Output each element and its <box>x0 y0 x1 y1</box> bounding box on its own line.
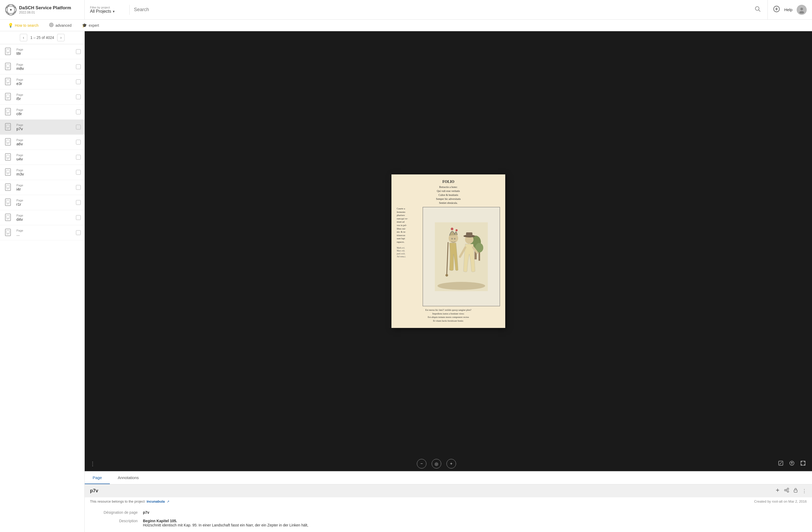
svg-rect-54 <box>5 199 11 206</box>
sidebar-item-info: Page e3r <box>16 78 73 86</box>
svg-rect-81 <box>466 232 473 236</box>
reset-zoom-button[interactable]: ◎ <box>432 459 441 469</box>
field-value-description-2: Holzschnitt identisch mit Kap. 95: In ei… <box>143 523 807 527</box>
edit-button[interactable] <box>777 459 784 468</box>
page-thumbnail-icon <box>4 228 13 238</box>
sidebar-item-info: Page i5r <box>16 93 73 101</box>
sidebar-item-name: m3v <box>16 172 73 176</box>
sidebar-item-r1r[interactable]: Page r1r <box>0 195 84 210</box>
tab-annotations[interactable]: Annotations <box>110 472 147 484</box>
resource-title: p7v <box>90 488 772 494</box>
page-thumbnail-icon <box>4 107 13 117</box>
more-button[interactable]: ⋮ <box>802 488 807 494</box>
sidebar-item-u4v[interactable]: Page u4v <box>0 150 84 165</box>
svg-point-75 <box>451 238 453 240</box>
expert-search-link[interactable]: 🎓 expert <box>77 19 104 31</box>
sidebar-item-checkbox[interactable] <box>76 64 81 69</box>
upload-button[interactable] <box>788 459 796 468</box>
sidebar-item-i5r[interactable]: Page i5r <box>0 89 84 104</box>
sidebar-item-c8r[interactable]: Page c8r <box>0 104 84 120</box>
sidebar-item-checkbox[interactable] <box>76 185 81 190</box>
sidebar-item-e3r[interactable]: Page e3r <box>0 74 84 89</box>
sidebar-item-a6v[interactable]: Page a6v <box>0 135 84 150</box>
sidebar-item-t8r[interactable]: Page t8r <box>0 44 84 59</box>
sidebar-item-checkbox[interactable] <box>76 170 81 175</box>
zoom-out-button[interactable]: − <box>417 459 426 469</box>
sidebar-item-type: Page <box>16 93 73 96</box>
sidebar-item-type: Page <box>16 169 73 172</box>
sidebar-item-info: Page r1r <box>16 199 73 206</box>
sidebar-item-name: e3r <box>16 81 73 86</box>
page-thumbnail-icon <box>4 183 13 192</box>
share-button[interactable] <box>784 488 789 494</box>
how-to-search-link[interactable]: 💡 How to search <box>3 19 44 31</box>
advanced-icon <box>49 23 54 28</box>
sidebar-item-checkbox[interactable] <box>76 155 81 160</box>
svg-rect-46 <box>5 169 11 175</box>
sidebar-list: Page t8r Page m8v <box>0 44 84 532</box>
page-thumbnail-icon <box>4 138 13 147</box>
bulb-icon: 💡 <box>8 23 13 28</box>
sidebar-item-checkbox[interactable] <box>76 49 81 54</box>
svg-rect-35 <box>6 125 10 128</box>
sidebar-item-m8v[interactable]: Page m8v <box>0 59 84 74</box>
expand-button[interactable] <box>775 488 780 494</box>
sidebar-item-m3v[interactable]: Page m3v <box>0 165 84 180</box>
sidebar-item-info: Page m3v <box>16 169 73 176</box>
sidebar-item-type: Page <box>16 123 73 127</box>
brand-section: DaSCH Service Platform 2022.08.01 <box>0 0 85 19</box>
advanced-search-link[interactable]: advanced <box>44 19 77 31</box>
filter-project-section[interactable]: Filter by project All Projects ▾ <box>87 5 130 15</box>
prev-page-button[interactable]: ‹ <box>20 34 27 41</box>
sidebar-item-checkbox[interactable] <box>76 80 81 84</box>
zoom-in-button[interactable]: + <box>447 459 456 469</box>
filter-value-text: All Projects <box>90 9 111 14</box>
svg-point-10 <box>800 8 803 10</box>
sidebar-item-info: Page c8r <box>16 108 73 116</box>
tab-page[interactable]: Page <box>85 472 110 484</box>
search-input[interactable] <box>134 7 753 12</box>
sidebar-item-checkbox[interactable] <box>76 110 81 114</box>
sidebar-item-checkbox[interactable] <box>76 200 81 205</box>
viewer-image-container: FOLIO Retractio a bono: Qui vult esse ve… <box>85 31 812 471</box>
sidebar-item-type: Page <box>16 184 73 187</box>
avatar[interactable] <box>797 5 807 15</box>
sidebar-item-type: Page <box>16 139 73 142</box>
info-tabs: Page Annotations <box>85 472 812 484</box>
sidebar-item-d4v[interactable]: Page d4v <box>0 210 84 225</box>
sidebar-item-checkbox[interactable] <box>76 95 81 99</box>
external-link-icon: ↗ <box>167 500 169 503</box>
sidebar-item-checkbox[interactable] <box>76 215 81 220</box>
book-left-text: Cauete afermentophariseorum:qui ve-niunt… <box>397 207 421 306</box>
viewer-toolbar: ⋮ − ◎ + <box>85 459 812 469</box>
sidebar-item-p7v[interactable]: Page p7v <box>0 120 84 135</box>
svg-point-78 <box>446 274 448 277</box>
sidebar-item-info: Page ... <box>16 229 73 236</box>
fullscreen-button[interactable] <box>799 459 807 468</box>
page-thumbnail-icon <box>4 92 13 102</box>
sidebar-item-i4r[interactable]: Page i4r <box>0 180 84 195</box>
more-options-icon[interactable]: ⋮ <box>90 461 96 467</box>
page-thumbnail-icon <box>4 77 13 87</box>
svg-rect-27 <box>6 95 10 97</box>
lock-button[interactable] <box>793 488 798 494</box>
field-value-description-1: Beginn Kapitel 105. <box>143 519 807 523</box>
main-layout: ‹ 1 – 25 of 4024 › Page t8r <box>0 31 812 532</box>
field-label-description: Description <box>90 519 137 523</box>
next-page-button[interactable]: › <box>57 34 64 41</box>
add-button[interactable] <box>773 5 780 14</box>
sidebar-item-checkbox[interactable] <box>76 125 81 129</box>
sidebar-item-...[interactable]: Page ... <box>0 225 84 240</box>
book-bottom-text: Est merus hic fatu?/ stolido quocp sangi… <box>397 308 500 322</box>
sidebar-item-checkbox[interactable] <box>76 230 81 235</box>
advanced-label: advanced <box>55 23 71 28</box>
svg-rect-39 <box>6 140 10 143</box>
search-area: Filter by project All Projects ▾ <box>85 0 768 19</box>
svg-rect-58 <box>5 214 11 221</box>
svg-point-76 <box>454 238 455 240</box>
sidebar-item-checkbox[interactable] <box>76 140 81 144</box>
help-button[interactable]: Help <box>784 8 793 12</box>
page-thumbnail-icon <box>4 213 13 222</box>
field-value-designation: p7v <box>143 510 807 515</box>
project-link[interactable]: incunabula <box>147 500 165 503</box>
